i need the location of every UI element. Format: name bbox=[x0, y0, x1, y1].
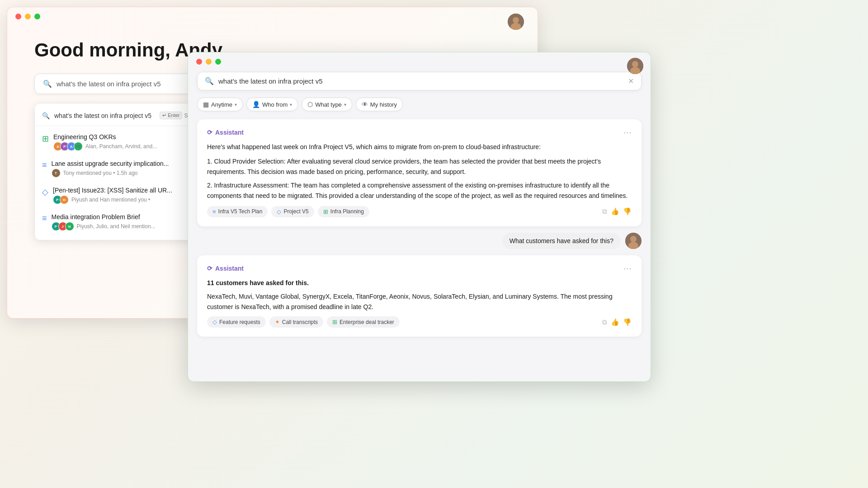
result-meta-text: Alan, Pancham, Arvind, and... bbox=[85, 143, 157, 150]
search-icon: 🔍 bbox=[205, 77, 214, 85]
diamond-icon: ◇ bbox=[212, 319, 217, 325]
back-search-text: what's the latest on infra project v5 bbox=[57, 80, 161, 88]
result-meta-text: Piyush, Julio, and Neil mention... bbox=[77, 223, 156, 230]
tag-label: Infra V5 Tech Plan bbox=[218, 208, 263, 215]
avatar-image bbox=[627, 58, 643, 74]
search-area: 🔍 what's the latest on infra project v5 … bbox=[188, 69, 651, 95]
assistant-card-2: ⟳ Assistant ⋯ 11 customers have asked fo… bbox=[197, 255, 642, 337]
tag-label: Enterprise deal tracker bbox=[340, 319, 394, 325]
avatar: T bbox=[52, 169, 61, 178]
avatar[interactable] bbox=[508, 14, 524, 30]
avatar: N bbox=[65, 222, 74, 231]
tag-icon: ⬡ bbox=[307, 101, 313, 108]
close-button[interactable] bbox=[196, 59, 202, 65]
card-tags: ≡ Infra V5 Tech Plan ◇ Project V5 ⊞ Infr… bbox=[207, 206, 632, 217]
minimize-button[interactable] bbox=[206, 59, 212, 65]
list-item: Infrastructure Assessment: The team has … bbox=[207, 180, 632, 201]
chevron-down-icon: ▾ bbox=[290, 102, 292, 107]
what-type-filter[interactable]: ⬡ What type ▾ bbox=[302, 98, 352, 111]
copy-icon[interactable]: ⧉ bbox=[602, 318, 607, 326]
more-options-button[interactable]: ⋯ bbox=[623, 264, 632, 272]
assistant-icon: ⟳ bbox=[207, 129, 212, 136]
search-icon: 🔍 bbox=[43, 80, 52, 88]
back-search-bar[interactable]: 🔍 what's the latest on infra project v5 bbox=[34, 74, 206, 94]
card-tags: ◇ Feature requests ✦ Call transcripts ⊞ … bbox=[207, 316, 632, 328]
user-bubble: What customers have asked for this? bbox=[502, 233, 621, 249]
maximize-button[interactable] bbox=[34, 14, 40, 19]
svg-point-7 bbox=[630, 236, 637, 242]
chevron-down-icon: ▾ bbox=[344, 102, 346, 107]
doc-icon: ≡ bbox=[42, 214, 47, 223]
action-icons: ⧉ 👍 👎 bbox=[602, 207, 632, 216]
thumbs-up-icon[interactable]: 👍 bbox=[611, 318, 619, 326]
thumbs-up-icon[interactable]: 👍 bbox=[611, 207, 619, 216]
user-avatar[interactable] bbox=[627, 58, 643, 74]
what-type-label: What type bbox=[315, 101, 342, 108]
assistant-header: ⟳ Assistant ⋯ bbox=[207, 264, 632, 272]
front-window: 🔍 what's the latest on infra project v5 … bbox=[188, 52, 651, 382]
tag-project-v5[interactable]: ◇ Project V5 bbox=[271, 206, 314, 217]
tag-call-transcripts[interactable]: ✦ Call transcripts bbox=[269, 316, 323, 328]
assistant-text-label: Assistant bbox=[215, 265, 244, 272]
tag-infra-v5[interactable]: ≡ Infra V5 Tech Plan bbox=[207, 206, 268, 217]
chat-area: ⟳ Assistant ⋯ Here's what happened last … bbox=[188, 116, 651, 381]
who-from-filter[interactable]: 👤 Who from ▾ bbox=[246, 98, 298, 111]
thumbs-down-icon[interactable]: 👎 bbox=[623, 207, 632, 216]
avatars-row: A P A +2 bbox=[53, 142, 83, 151]
assistant-label: ⟳ Assistant bbox=[207, 129, 244, 136]
anytime-filter[interactable]: ▦ Anytime ▾ bbox=[197, 98, 243, 111]
checklist-icon: ⊞ bbox=[42, 134, 49, 144]
assistant-intro-text: Here's what happened last week on Infra … bbox=[207, 142, 632, 152]
front-search-text: what's the latest on infra project v5 bbox=[218, 77, 623, 85]
assistant-text-label: Assistant bbox=[215, 129, 244, 136]
avatar: H bbox=[60, 195, 69, 204]
tags-left: ◇ Feature requests ✦ Call transcripts ⊞ … bbox=[207, 316, 400, 328]
search-icon-small: 🔍 bbox=[42, 112, 50, 119]
maximize-button[interactable] bbox=[215, 59, 221, 65]
close-button[interactable] bbox=[15, 14, 21, 19]
result-meta-text: Tony mentioned you • 1.5h ago bbox=[63, 170, 138, 176]
eye-icon: 👁 bbox=[362, 101, 368, 108]
assistant-icon: ⟳ bbox=[207, 265, 212, 272]
assistant-label: ⟳ Assistant bbox=[207, 265, 244, 272]
my-history-label: My history bbox=[370, 101, 397, 108]
thumbs-down-icon[interactable]: 👎 bbox=[623, 318, 632, 326]
assistant-body-text: NexaTech, Muvi, Vantage Global, SynergyX… bbox=[207, 291, 632, 312]
more-options-button[interactable]: ⋯ bbox=[623, 128, 632, 136]
tag-label: Infra Planning bbox=[330, 208, 364, 215]
tag-label: Feature requests bbox=[219, 319, 260, 325]
tag-infra-planning[interactable]: ⊞ Infra Planning bbox=[318, 206, 369, 217]
who-from-label: Who from bbox=[262, 101, 288, 108]
user-avatar-area[interactable] bbox=[627, 58, 643, 74]
my-history-filter[interactable]: 👁 My history bbox=[356, 98, 403, 111]
assistant-header: ⟳ Assistant ⋯ bbox=[207, 128, 632, 136]
doc-icon: ≡ bbox=[212, 208, 216, 215]
avatars-row: P J N bbox=[52, 222, 74, 231]
assistant-count-text: 11 customers have asked for this. bbox=[207, 278, 632, 288]
copy-icon[interactable]: ⧉ bbox=[602, 207, 607, 216]
front-search-bar[interactable]: 🔍 what's the latest on infra project v5 … bbox=[197, 72, 642, 90]
anytime-label: Anytime bbox=[211, 101, 232, 108]
clear-button[interactable]: ✕ bbox=[628, 77, 634, 85]
svg-point-4 bbox=[632, 61, 638, 67]
diamond-icon: ◇ bbox=[277, 208, 281, 215]
transcript-icon: ✦ bbox=[275, 319, 280, 325]
user-message-row: What customers have asked for this? bbox=[197, 233, 642, 249]
assistant-list: Cloud Provider Selection: After evaluati… bbox=[207, 156, 632, 201]
tag-label: Project V5 bbox=[283, 208, 308, 215]
tags-left: ≡ Infra V5 Tech Plan ◇ Project V5 ⊞ Infr… bbox=[207, 206, 369, 217]
doc-icon: ≡ bbox=[42, 160, 47, 170]
result-meta-text: Piyush and Han mentioned you • bbox=[71, 197, 150, 203]
tag-enterprise-deal[interactable]: ⊞ Enterprise deal tracker bbox=[327, 316, 400, 328]
avatar-count: +2 bbox=[74, 142, 83, 151]
checklist-icon: ⊞ bbox=[332, 319, 337, 325]
minimize-button[interactable] bbox=[25, 14, 31, 19]
dropdown-query-text: what's the latest on infra project v5 bbox=[54, 112, 151, 119]
front-titlebar bbox=[188, 52, 651, 69]
tag-feature-requests[interactable]: ◇ Feature requests bbox=[207, 316, 266, 328]
filter-row: ▦ Anytime ▾ 👤 Who from ▾ ⬡ What type ▾ 👁… bbox=[188, 95, 651, 116]
diamond-icon: ◇ bbox=[42, 187, 48, 197]
svg-point-1 bbox=[513, 17, 519, 23]
user-avatar bbox=[625, 233, 642, 249]
person-icon: 👤 bbox=[252, 101, 260, 108]
